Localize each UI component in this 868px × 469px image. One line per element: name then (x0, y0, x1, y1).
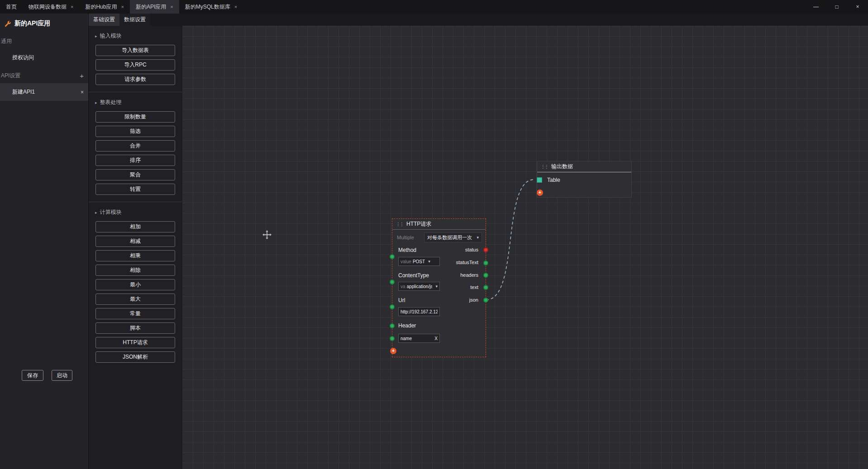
port-json-output[interactable] (483, 298, 488, 303)
chevron-down-icon: ▾ (428, 259, 430, 264)
tab-basic-settings[interactable]: 基础设置 (89, 14, 119, 26)
port-url-input[interactable] (390, 304, 395, 309)
add-api-icon[interactable]: + (80, 72, 84, 80)
contenttype-label: ContentType (398, 272, 429, 279)
drag-handle-icon[interactable]: ⋮⋮ (396, 222, 403, 227)
contenttype-placeholder: va (401, 284, 405, 289)
section-general: 通用 (0, 33, 88, 49)
contenttype-input[interactable]: va application/json ▾ (398, 282, 440, 291)
group-header[interactable]: ▸ 计算模块 (89, 204, 182, 221)
multiple-select[interactable]: 对每条数据调用一次 ▾ (424, 232, 482, 242)
module-add[interactable]: 相加 (95, 221, 175, 232)
port-statustext-output[interactable] (483, 261, 488, 265)
wire-layer (182, 26, 868, 469)
add-input-port-button[interactable]: + (390, 348, 396, 354)
section-label: API设置 (1, 72, 20, 80)
section-api-settings: API设置 + (0, 66, 88, 83)
window-tabbar: 首页 物联网设备数据 × 新的Hub应用 × 新的API应用 × 新的MySQL… (0, 0, 868, 14)
port-contenttype-input[interactable] (390, 280, 395, 284)
multiple-row: Multiple 对每条数据调用一次 ▾ (397, 232, 482, 242)
url-label: Url (398, 297, 405, 303)
tab-api-app[interactable]: 新的API应用 × (130, 0, 179, 14)
tab-label: 物联网设备数据 (29, 3, 67, 11)
close-icon[interactable]: × (121, 4, 124, 9)
module-max[interactable]: 最大 (95, 294, 175, 305)
port-status-output[interactable] (483, 247, 488, 252)
add-output-port-button[interactable]: + (537, 189, 543, 196)
node-output-data[interactable]: ⋮⋮ 输出数据 Table + (537, 161, 632, 198)
header-name-value: name (401, 336, 412, 341)
module-script[interactable]: 脚本 (95, 322, 175, 334)
port-table-input[interactable] (537, 177, 542, 183)
module-subtract[interactable]: 相减 (95, 236, 175, 247)
tab-data-settings[interactable]: 数据设置 (119, 14, 150, 26)
module-sort[interactable]: 排序 (95, 155, 175, 166)
port-method-input[interactable] (390, 254, 395, 259)
remove-header-icon[interactable]: X (434, 336, 438, 341)
chevron-down-icon: ▾ (435, 284, 438, 289)
method-value: POST (413, 259, 425, 264)
multiple-label: Multiple (397, 235, 424, 240)
header-name-input[interactable]: name X (398, 334, 440, 343)
group-header[interactable]: ▸ 输入模块 (89, 28, 182, 45)
module-import-table[interactable]: 导入数据表 (95, 45, 175, 56)
module-constant[interactable]: 常量 (95, 308, 175, 319)
close-icon[interactable]: × (81, 89, 84, 95)
output-status-label: status (465, 247, 478, 253)
triangle-icon: ▸ (95, 34, 97, 38)
group-compute-modules: ▸ 计算模块 相加 相减 相乘 相除 最小 最大 常量 脚本 HTTP请求 JS… (89, 202, 182, 370)
contenttype-value: application/json (407, 284, 433, 289)
method-label: Method (398, 247, 416, 253)
sidebar-item-api1[interactable]: 新建API1 × (0, 83, 88, 101)
close-icon[interactable]: × (170, 4, 173, 9)
module-aggregate[interactable]: 聚合 (95, 169, 175, 180)
module-palette: ▸ 输入模块 导入数据表 导入RPC 请求参数 ▸ 整表处理 限制数量 筛选 合… (89, 26, 182, 469)
module-http-request[interactable]: HTTP请求 (95, 337, 175, 348)
node-header[interactable]: ⋮⋮ 输出数据 (537, 161, 631, 172)
module-multiply[interactable]: 相乘 (95, 250, 175, 261)
module-filter[interactable]: 筛选 (95, 126, 175, 137)
module-import-rpc[interactable]: 导入RPC (95, 59, 175, 71)
close-icon[interactable]: × (234, 4, 237, 9)
group-header[interactable]: ▸ 整表处理 (89, 95, 182, 111)
module-transpose[interactable]: 转置 (95, 184, 175, 195)
node-header[interactable]: ⋮⋮ HTTP请求 (392, 219, 486, 230)
flow-canvas[interactable]: ⋮⋮ HTTP请求 Multiple 对每条数据调用一次 ▾ Method Co… (182, 26, 868, 469)
port-header-input[interactable] (390, 323, 395, 328)
node-http-request[interactable]: ⋮⋮ HTTP请求 Multiple 对每条数据调用一次 ▾ Method Co… (392, 218, 486, 357)
tab-hub-app[interactable]: 新的Hub应用 × (79, 0, 129, 14)
module-divide[interactable]: 相除 (95, 265, 175, 276)
port-header-name-input[interactable] (390, 336, 395, 341)
output-statustext-label: statusText (456, 260, 478, 265)
page-title: 新的API应用 (14, 19, 50, 28)
tab-label: 新的API应用 (136, 3, 166, 11)
module-limit[interactable]: 限制数量 (95, 111, 175, 123)
module-json-parse[interactable]: JSON解析 (95, 351, 175, 363)
node-title: 输出数据 (551, 163, 573, 171)
tab-label: 新的Hub应用 (85, 3, 117, 11)
module-merge[interactable]: 合并 (95, 140, 175, 152)
module-min[interactable]: 最小 (95, 279, 175, 290)
chevron-down-icon: ▾ (477, 235, 479, 240)
output-json-label: json (469, 297, 478, 303)
minimize-button[interactable]: — (806, 0, 826, 14)
app-title-row: 新的API应用 (0, 14, 88, 33)
start-button[interactable]: 启动 (52, 370, 72, 381)
wire-json-to-table[interactable] (486, 180, 534, 300)
close-icon[interactable]: × (71, 4, 73, 9)
maximize-button[interactable]: □ (826, 0, 847, 14)
triangle-icon: ▸ (95, 100, 97, 105)
multiple-value: 对每条数据调用一次 (427, 234, 472, 241)
drag-handle-icon[interactable]: ⋮⋮ (541, 164, 548, 169)
tab-iot-device-data[interactable]: 物联网设备数据 × (23, 0, 79, 14)
url-input[interactable]: http://192.167.2.127: (398, 307, 440, 316)
module-request-params[interactable]: 请求参数 (95, 74, 175, 85)
method-input[interactable]: value POST ▾ (398, 257, 440, 266)
port-text-output[interactable] (483, 285, 488, 290)
tab-home[interactable]: 首页 (0, 0, 23, 14)
save-button[interactable]: 保存 (22, 370, 43, 381)
tab-mysql-db[interactable]: 新的MySQL数据库 × (179, 0, 243, 14)
window-close-button[interactable]: × (847, 0, 868, 14)
port-headers-output[interactable] (483, 273, 488, 278)
sidebar-item-auth[interactable]: 授权访问 (0, 49, 88, 66)
